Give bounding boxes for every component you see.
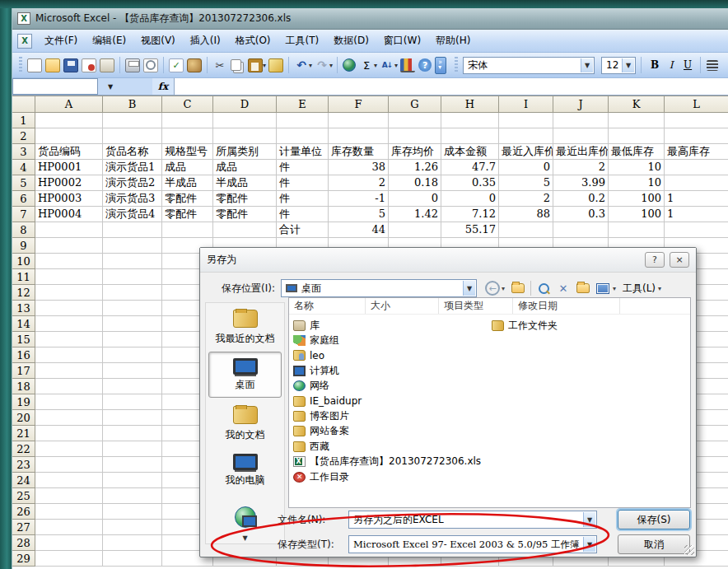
cell-A13[interactable]	[35, 301, 103, 316]
paste-icon[interactable]	[248, 58, 263, 72]
column-header-I[interactable]: I	[499, 96, 553, 113]
cell-L3[interactable]: 最高库存	[665, 144, 728, 160]
cell-K5[interactable]: 10	[609, 175, 665, 191]
tools-menu-button[interactable]: 工具(L) ▾	[619, 280, 668, 297]
views-icon[interactable]	[595, 280, 611, 296]
column-header-K[interactable]: K	[609, 96, 665, 113]
cell-H2[interactable]	[441, 128, 499, 144]
cell-K3[interactable]: 最低库存	[609, 144, 665, 160]
cell-E4[interactable]: 件	[277, 160, 329, 175]
research-icon[interactable]	[187, 58, 202, 72]
menu-item-8[interactable]: 窗口(W)	[376, 30, 428, 51]
cell-E6[interactable]: 件	[277, 191, 329, 207]
dialog-title-bar[interactable]: 另存为 ? ×	[200, 248, 696, 273]
cell-K1[interactable]	[609, 113, 665, 128]
cell-C8[interactable]	[162, 222, 213, 238]
row-header-8[interactable]: 8	[12, 222, 35, 238]
cell-D5[interactable]: 半成品	[213, 175, 277, 191]
cell-I1[interactable]	[499, 113, 553, 128]
row-header-20[interactable]: 20	[12, 410, 35, 426]
row-header-14[interactable]: 14	[12, 316, 35, 332]
column-header-J[interactable]: J	[553, 96, 609, 113]
more-icon[interactable]	[435, 57, 446, 74]
cell-E1[interactable]	[277, 113, 329, 128]
cell-B9[interactable]	[103, 238, 162, 254]
cell-F7[interactable]: 5	[329, 207, 389, 222]
file-item[interactable]: 库	[293, 318, 481, 333]
name-box[interactable]	[12, 78, 98, 95]
cell-G7[interactable]: 1.42	[389, 207, 441, 222]
chart-wizard-icon[interactable]	[400, 58, 415, 72]
cell-B19[interactable]	[103, 394, 162, 410]
cell-G4[interactable]: 1.26	[389, 160, 441, 175]
cell-A14[interactable]	[35, 316, 103, 332]
column-header-G[interactable]: G	[389, 96, 441, 113]
document-icon[interactable]: X	[17, 34, 32, 49]
cell-B18[interactable]	[103, 379, 162, 394]
menu-item-4[interactable]: 插入(I)	[183, 30, 228, 51]
cell-A24[interactable]	[35, 473, 103, 488]
row-header-12[interactable]: 12	[12, 285, 35, 301]
help-button[interactable]: ?	[645, 252, 665, 268]
formatting-toolbar-grip-icon[interactable]	[455, 57, 458, 73]
cell-B23[interactable]	[103, 457, 162, 473]
cell-G1[interactable]	[389, 113, 441, 128]
cell-A23[interactable]	[35, 457, 103, 473]
cell-G2[interactable]	[389, 128, 441, 144]
list-header-名称[interactable]: 名称	[289, 298, 366, 314]
column-header-H[interactable]: H	[441, 96, 499, 113]
new-icon[interactable]	[27, 58, 42, 72]
menu-item-9[interactable]: 帮助(H)	[428, 30, 478, 51]
cell-J7[interactable]: 0.3	[553, 207, 609, 222]
cell-I8[interactable]	[499, 222, 553, 238]
row-header-23[interactable]: 23	[12, 457, 35, 473]
cell-K7[interactable]: 100	[609, 207, 665, 222]
chevron-down-icon[interactable]: ▼	[581, 58, 593, 72]
undo-icon[interactable]	[294, 58, 309, 72]
cell-B10[interactable]	[103, 254, 162, 269]
cell-L1[interactable]	[665, 113, 728, 128]
resize-grip[interactable]	[684, 545, 694, 555]
insert-function-icon[interactable]: fx	[152, 78, 174, 95]
italic-button[interactable]: I	[663, 57, 679, 73]
cell-H8[interactable]: 55.17	[441, 222, 499, 238]
redo-icon[interactable]	[315, 58, 329, 72]
file-item[interactable]: 工作文件夹	[492, 318, 558, 333]
cell-A21[interactable]	[35, 426, 103, 441]
file-item[interactable]: leo	[293, 348, 481, 363]
back-dropdown-icon[interactable]: ▾	[502, 285, 508, 292]
cell-B28[interactable]	[103, 535, 162, 551]
list-header-项目类型[interactable]: 项目类型	[439, 298, 513, 314]
cell-B2[interactable]	[103, 128, 162, 144]
font-size-combo[interactable]: 12 ▼	[601, 57, 636, 74]
file-item[interactable]: 家庭组	[293, 333, 481, 347]
cell-B14[interactable]	[103, 316, 162, 332]
column-header-F[interactable]: F	[329, 96, 389, 113]
file-item[interactable]: 计算机	[293, 363, 481, 378]
cell-B7[interactable]: 演示货品4	[103, 207, 162, 222]
chevron-down-icon[interactable]: ▼	[622, 58, 634, 72]
format-painter-icon[interactable]	[268, 58, 283, 72]
cell-H5[interactable]: 0.35	[441, 175, 499, 191]
cell-F1[interactable]	[329, 113, 389, 128]
cell-E5[interactable]: 件	[277, 175, 329, 191]
cell-A4[interactable]: HP0001	[35, 160, 103, 175]
copy-icon[interactable]	[231, 59, 241, 71]
cell-J5[interactable]: 3.99	[553, 175, 609, 191]
cell-A20[interactable]	[35, 410, 103, 426]
menu-item-2[interactable]: 编辑(E)	[85, 30, 133, 51]
menu-item-7[interactable]: 数据(D)	[326, 30, 376, 51]
row-header-16[interactable]: 16	[12, 347, 35, 363]
hyperlink-icon[interactable]	[343, 58, 356, 72]
menu-item-6[interactable]: 工具(T)	[278, 30, 327, 51]
row-header-19[interactable]: 19	[12, 394, 35, 410]
cell-B21[interactable]	[103, 426, 162, 441]
row-header-24[interactable]: 24	[12, 473, 35, 488]
cell-A19[interactable]	[35, 394, 103, 410]
cell-J3[interactable]: 最近出库价	[553, 144, 609, 160]
dropdown-caret-icon[interactable]: ▾	[374, 62, 377, 69]
row-header-25[interactable]: 25	[12, 488, 35, 504]
row-header-28[interactable]: 28	[12, 535, 35, 551]
cell-B17[interactable]	[103, 363, 162, 379]
column-header-A[interactable]: A	[35, 96, 103, 113]
